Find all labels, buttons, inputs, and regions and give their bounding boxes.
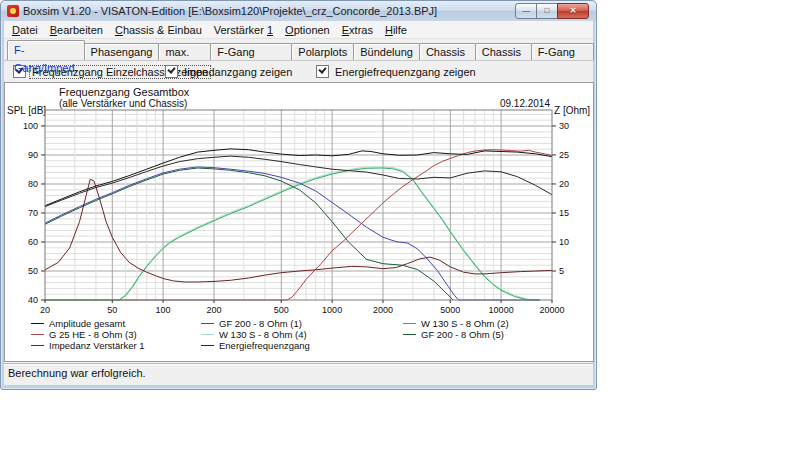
legend-item-amplitude: Amplitude gesamt xyxy=(31,318,145,329)
tick-label-right: 15 xyxy=(559,208,569,218)
tab-f-gang-elektr[interactable]: F-Gang elektr. xyxy=(531,43,594,60)
tick-label-x: 2000 xyxy=(373,305,393,315)
curve-amplitude xyxy=(45,149,552,206)
checkbox-toolbar: Frequenzgang Einzelchassis zeigenImpedan… xyxy=(4,60,593,84)
menu-item-verstärker-1[interactable]: Verstärker 1 xyxy=(208,23,279,37)
curve-energie xyxy=(45,156,552,207)
tick-label-x: 20 xyxy=(40,305,50,315)
tab-bar: F-Gang/Imped.Phasengangmax. PegelF-Gang … xyxy=(4,39,593,60)
legend-line-swatch xyxy=(201,323,214,324)
status-text: Berechnung war erfolgreich. xyxy=(8,367,146,379)
tab-bündelung[interactable]: Bündelung xyxy=(353,43,420,60)
tick-label-left: 40 xyxy=(28,295,38,305)
tick-label-right: 5 xyxy=(559,266,564,276)
legend-label: Impedanz Verstärker 1 xyxy=(49,340,145,351)
legend-line-swatch xyxy=(403,323,416,324)
curve-gf200_5 xyxy=(45,168,453,300)
tick-label-left: 50 xyxy=(28,266,38,276)
curve-w130s_4 xyxy=(45,167,531,300)
tick-label-left: 80 xyxy=(28,179,38,189)
legend-line-swatch xyxy=(31,345,44,346)
tick-label-left: 100 xyxy=(23,121,38,131)
tab-polarplots[interactable]: Polarplots xyxy=(291,43,354,60)
legend-line-swatch xyxy=(31,323,44,324)
tick-label-x: 5000 xyxy=(440,305,460,315)
legend-item-w130s_4: W 130 S - 8 Ohm (4) xyxy=(201,329,310,340)
menu-item-chassis-einbau[interactable]: Chassis & Einbau xyxy=(109,23,208,37)
tick-label-x: 500 xyxy=(274,305,289,315)
legend-label: G 25 HE - 8 Ohm (3) xyxy=(49,329,137,340)
tick-label-left: 70 xyxy=(28,208,38,218)
window-controls: —□✕ xyxy=(516,3,589,19)
legend-line-swatch xyxy=(403,334,416,335)
legend-column: Amplitude gesamtG 25 HE - 8 Ohm (3)Imped… xyxy=(31,318,145,351)
legend-item-gf200_5: GF 200 - 8 Ohm (5) xyxy=(403,329,509,340)
checkbox-box[interactable] xyxy=(165,65,178,78)
legend-label: W 130 S - 8 Ohm (4) xyxy=(219,329,307,340)
menu-item-hilfe[interactable]: Hilfe xyxy=(379,23,413,37)
legend-item-w130s_2: W 130 S - 8 Ohm (2) xyxy=(403,318,509,329)
checkbox-label: Impedanzgang zeigen xyxy=(182,66,294,78)
maximize-button[interactable]: □ xyxy=(536,3,558,19)
status-bar: Berechnung war erfolgreich. xyxy=(4,363,593,384)
tab-f-gang-imped[interactable]: F-Gang/Imped. xyxy=(7,40,85,60)
legend-label: GF 200 - 8 Ohm (1) xyxy=(219,318,302,329)
legend-column: GF 200 - 8 Ohm (1)W 130 S - 8 Ohm (4)Ene… xyxy=(201,318,310,351)
tick-label-x: 10000 xyxy=(489,305,514,315)
checkmark-icon xyxy=(167,65,175,74)
frequency-response-plot: 4050607080901005101520253020501002005001… xyxy=(5,87,593,319)
menu-item-extras[interactable]: Extras xyxy=(336,23,379,37)
tab-chassis-1-4[interactable]: Chassis 1..4 xyxy=(419,43,476,60)
window-title: Boxsim V1.20 - VISATON-Edition [E:\Boxsi… xyxy=(23,5,437,17)
tick-label-right: 10 xyxy=(559,237,569,247)
legend-item-gf200_1: GF 200 - 8 Ohm (1) xyxy=(201,318,310,329)
checkbox-impedanzgang-zeigen[interactable]: Impedanzgang zeigen xyxy=(165,65,294,78)
menu-item-datei[interactable]: Datei xyxy=(6,23,44,37)
tick-label-right: 25 xyxy=(559,150,569,160)
tick-label-right: 20 xyxy=(559,179,569,189)
legend-label: W 130 S - 8 Ohm (2) xyxy=(421,318,509,329)
minimize-icon: — xyxy=(522,7,530,15)
window-client-area: DateiBearbeitenChassis & EinbauVerstärke… xyxy=(4,21,593,385)
checkbox-box[interactable] xyxy=(316,65,329,78)
app-icon xyxy=(7,5,19,17)
minimize-button[interactable]: — xyxy=(515,3,537,19)
legend-label: Energiefrequenzgang xyxy=(219,340,310,351)
window-titlebar[interactable]: Boxsim V1.20 - VISATON-Edition [E:\Boxsi… xyxy=(1,1,596,21)
legend-label: GF 200 - 8 Ohm (5) xyxy=(421,329,504,340)
menubar: DateiBearbeitenChassis & EinbauVerstärke… xyxy=(4,21,593,39)
application-window: Boxsim V1.20 - VISATON-Edition [E:\Boxsi… xyxy=(0,0,597,390)
tab-chassis-5-8[interactable]: Chassis 5..8 xyxy=(475,43,532,60)
tick-label-x: 1000 xyxy=(322,305,342,315)
curve-w130s_2 xyxy=(45,168,540,300)
legend-item-impedanz: Impedanz Verstärker 1 xyxy=(31,340,145,351)
legend-item-energie: Energiefrequenzgang xyxy=(201,340,310,351)
tab-phasengang[interactable]: Phasengang xyxy=(84,43,160,60)
checkmark-icon xyxy=(318,65,326,74)
tick-label-x: 100 xyxy=(156,305,171,315)
close-icon: ✕ xyxy=(570,7,577,15)
legend-column: W 130 S - 8 Ohm (2)GF 200 - 8 Ohm (5) xyxy=(403,318,509,340)
menu-item-optionen[interactable]: Optionen xyxy=(279,23,336,37)
chart-panel: Frequenzgang Gesamtbox (alle Verstärker … xyxy=(4,82,594,362)
legend-line-swatch xyxy=(31,334,44,335)
tab-f-gang-richtungen[interactable]: F-Gang Richtungen xyxy=(210,43,292,60)
maximize-icon: □ xyxy=(545,7,550,15)
screenshot-canvas: Boxsim V1.20 - VISATON-Edition [E:\Boxsi… xyxy=(0,0,800,450)
close-button[interactable]: ✕ xyxy=(557,3,589,19)
tick-label-x: 20000 xyxy=(539,305,564,315)
legend-line-swatch xyxy=(201,334,214,335)
tick-label-x: 50 xyxy=(107,305,117,315)
tick-label-x: 200 xyxy=(206,305,221,315)
tick-label-left: 60 xyxy=(28,237,38,247)
menu-item-bearbeiten[interactable]: Bearbeiten xyxy=(44,23,109,37)
checkbox-energiefrequenzgang-zeigen[interactable]: Energiefrequenzgang zeigen xyxy=(316,65,478,78)
legend-item-g25he: G 25 HE - 8 Ohm (3) xyxy=(31,329,145,340)
checkbox-label: Energiefrequenzgang zeigen xyxy=(333,66,478,78)
legend-line-swatch xyxy=(201,345,214,346)
chart-legend: Amplitude gesamtG 25 HE - 8 Ohm (3)Imped… xyxy=(5,318,593,356)
tick-label-right: 30 xyxy=(559,121,569,131)
legend-label: Amplitude gesamt xyxy=(49,318,125,329)
tab-max-pegel[interactable]: max. Pegel xyxy=(158,43,211,60)
tick-label-left: 90 xyxy=(28,150,38,160)
